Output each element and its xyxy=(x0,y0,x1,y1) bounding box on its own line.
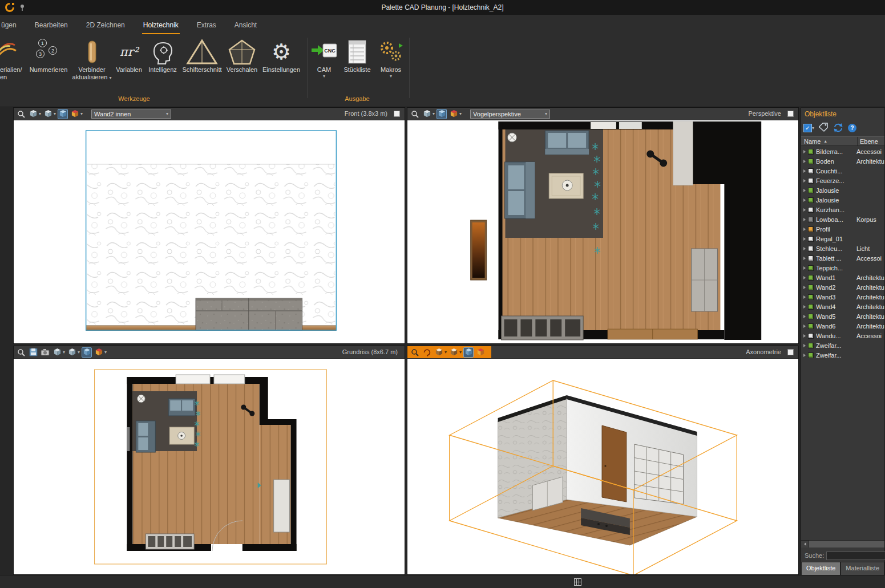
material-colors-icon[interactable] xyxy=(475,347,486,358)
ceiling-lamp-symbol[interactable] xyxy=(507,133,516,142)
row-expander-icon[interactable] xyxy=(801,198,808,202)
row-expander-icon[interactable] xyxy=(801,286,808,289)
row-expander-icon[interactable] xyxy=(801,276,808,279)
row-expander-icon[interactable] xyxy=(801,150,808,153)
sofa-top[interactable] xyxy=(545,131,589,155)
ribbon-button-einstellungen[interactable]: ⚙ Einstellungen xyxy=(260,37,303,94)
object-list-row[interactable]: Teppich... xyxy=(801,263,884,273)
menu-tab-ansicht[interactable]: Ansicht xyxy=(233,21,258,34)
row-expander-icon[interactable] xyxy=(801,315,808,318)
view-preset-icon[interactable] xyxy=(52,347,62,358)
coffee-table[interactable] xyxy=(549,173,583,198)
menu-tab-2d-zeichnen[interactable]: 2D Zeichnen xyxy=(85,21,126,34)
pin-icon[interactable] xyxy=(19,4,25,11)
scroll-left-button[interactable] xyxy=(801,541,809,548)
row-expander-icon[interactable] xyxy=(801,237,808,241)
ribbon-button-verbinder-aktualisieren[interactable]: Verbinder aktualisieren ▾ xyxy=(72,37,112,94)
sideboard-bottom[interactable] xyxy=(146,534,194,549)
view-preset-icon[interactable] xyxy=(448,347,459,358)
row-expander-icon[interactable] xyxy=(801,295,808,299)
viewport-checkbox[interactable] xyxy=(787,111,794,117)
view-preset-icon[interactable] xyxy=(28,109,38,119)
zoom-icon[interactable] xyxy=(410,347,420,358)
wall-picture-plan[interactable] xyxy=(127,427,130,451)
view-preset-icon[interactable] xyxy=(43,109,53,119)
refresh-icon[interactable] xyxy=(833,123,844,133)
front-view-canvas[interactable] xyxy=(14,120,405,343)
row-expander-icon[interactable] xyxy=(801,160,808,163)
row-expander-icon[interactable] xyxy=(801,247,808,250)
zoom-icon[interactable] xyxy=(16,347,26,358)
column-header-name[interactable]: Name ▲ xyxy=(801,137,858,145)
object-list-row[interactable]: Wandu... Accessoi xyxy=(801,331,884,340)
object-list-row[interactable]: Wand5 Architektu xyxy=(801,311,884,321)
sideboard-bottom[interactable] xyxy=(502,316,584,340)
zoom-icon[interactable] xyxy=(16,109,26,119)
scrollbar-thumb[interactable] xyxy=(809,541,884,548)
ribbon-button-variablen[interactable]: πr² Variablen xyxy=(112,37,146,94)
row-expander-icon[interactable] xyxy=(801,179,808,183)
object-list-row[interactable]: Regal_01 xyxy=(801,234,884,244)
viewport-checkbox[interactable] xyxy=(394,111,400,117)
object-list-row[interactable]: Bilderra... Accessoi xyxy=(801,147,884,156)
ribbon-button-nummerieren[interactable]: 1 3 2 Nummerieren xyxy=(26,37,71,94)
shaded-view-icon[interactable] xyxy=(437,109,447,119)
tab-materialliste[interactable]: Materialliste xyxy=(840,562,884,575)
row-expander-icon[interactable] xyxy=(801,266,808,270)
wall-picture[interactable] xyxy=(471,220,487,280)
row-expander-icon[interactable] xyxy=(801,334,808,338)
column-header-ebene[interactable]: Ebene xyxy=(858,138,884,145)
lowboard-front[interactable] xyxy=(196,298,302,330)
viewport-checkbox[interactable] xyxy=(787,349,794,355)
sofa-top[interactable] xyxy=(168,399,195,416)
row-expander-icon[interactable] xyxy=(801,257,808,260)
row-expander-icon[interactable] xyxy=(801,189,808,192)
row-expander-icon[interactable] xyxy=(801,305,808,309)
view-preset-icon[interactable] xyxy=(422,109,432,119)
camera-icon[interactable] xyxy=(40,347,50,358)
row-expander-icon[interactable] xyxy=(801,354,808,357)
view-preset-icon[interactable] xyxy=(67,347,77,358)
material-colors-icon[interactable] xyxy=(448,109,459,119)
object-list-row[interactable]: Feuerze... xyxy=(801,176,884,185)
object-list-row[interactable]: Jalousie xyxy=(801,185,884,195)
menu-tab-holztechnik[interactable]: Holztechnik xyxy=(142,21,180,34)
perspektive-view-canvas[interactable] xyxy=(407,120,798,343)
object-list-row[interactable]: Boden Architektu xyxy=(801,156,884,166)
axonometrie-view-canvas[interactable] xyxy=(407,359,798,574)
row-expander-icon[interactable] xyxy=(801,208,808,212)
ribbon-button-intelligenz[interactable]: Intelligenz xyxy=(146,37,180,94)
view-preset-icon[interactable] xyxy=(434,347,444,358)
menu-tab-extras[interactable]: Extras xyxy=(196,21,217,34)
door-bottom[interactable] xyxy=(608,329,698,339)
menu-tab-einfuegen[interactable]: ügen xyxy=(0,21,18,34)
object-list-row[interactable]: Jalousie xyxy=(801,195,884,205)
ribbon-button-verschalen[interactable]: Verschalen xyxy=(224,37,260,94)
door-leaf[interactable] xyxy=(274,480,290,532)
ribbon-button-materialien[interactable]: erialien/ en xyxy=(0,37,26,94)
axonometric-drawing[interactable] xyxy=(407,359,798,574)
row-expander-icon[interactable] xyxy=(801,169,808,173)
row-expander-icon[interactable] xyxy=(801,344,808,347)
material-colors-icon[interactable] xyxy=(94,347,104,358)
zoom-icon[interactable] xyxy=(410,109,420,119)
object-list-row[interactable]: Zweifar... xyxy=(801,350,884,360)
object-list-row[interactable]: Zweifar... xyxy=(801,340,884,350)
door[interactable] xyxy=(602,425,627,502)
object-list-row[interactable]: Lowboa... Korpus xyxy=(801,214,884,224)
floorplan-drawing[interactable] xyxy=(14,359,405,574)
ribbon-button-cam[interactable]: CNC CAM ▾ xyxy=(309,37,340,94)
row-expander-icon[interactable] xyxy=(801,228,808,231)
search-input[interactable] xyxy=(826,551,885,560)
object-list-row[interactable]: Wand1 Architektu xyxy=(801,273,884,282)
shaded-view-icon[interactable] xyxy=(82,347,92,358)
birdseye-view-drawing[interactable] xyxy=(407,120,798,343)
object-list-row[interactable]: Stehleu... Licht xyxy=(801,244,884,253)
ribbon-button-schifterschnitt[interactable]: Schifterschnitt xyxy=(180,37,224,94)
object-list-row[interactable]: Profil xyxy=(801,224,884,234)
grid-layout-icon[interactable] xyxy=(574,578,581,586)
visibility-filter-button[interactable]: ✓ ▾ xyxy=(803,124,814,132)
grundriss-view-canvas[interactable] xyxy=(14,359,405,574)
perspective-select-dropdown[interactable]: Vogelperspektive▾ xyxy=(470,110,550,119)
rotate-view-icon[interactable] xyxy=(422,347,432,358)
